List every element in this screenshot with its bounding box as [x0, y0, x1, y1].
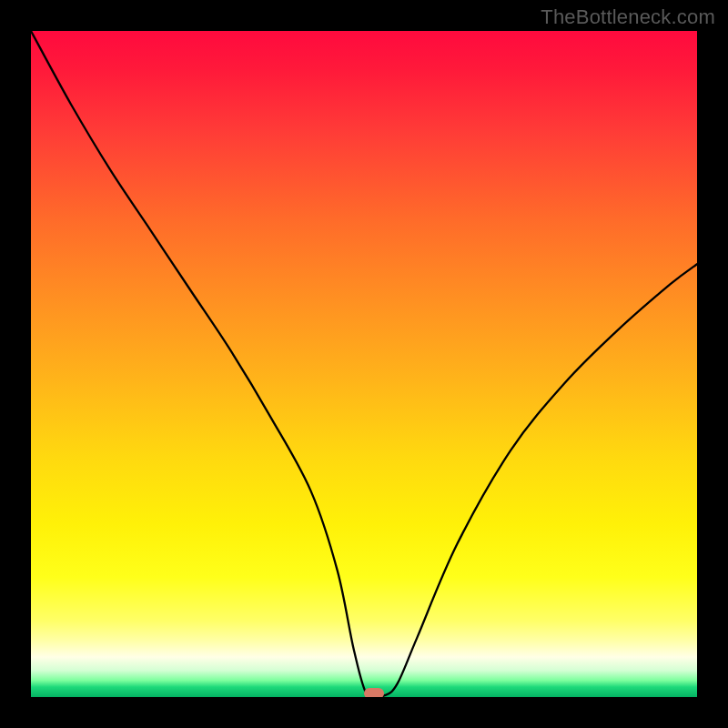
plot-area — [31, 31, 697, 697]
watermark-text: TheBottleneck.com — [541, 5, 715, 29]
bottleneck-curve — [31, 31, 697, 697]
optimal-marker — [364, 688, 384, 697]
chart-frame: TheBottleneck.com — [0, 0, 728, 728]
curve-path — [31, 31, 697, 697]
